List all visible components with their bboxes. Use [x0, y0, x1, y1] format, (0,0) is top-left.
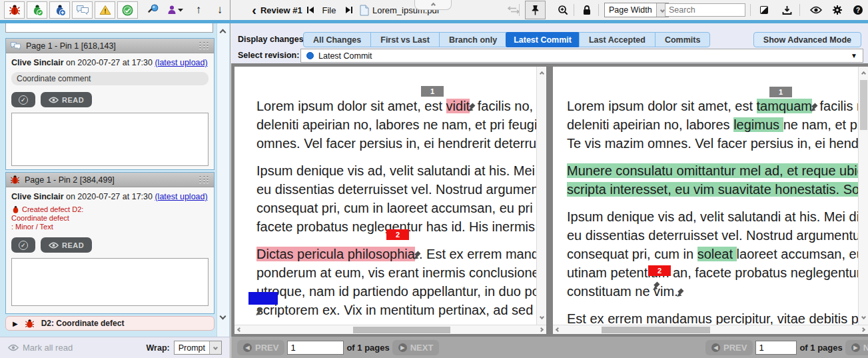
- mark-read-button[interactable]: READ: [41, 237, 92, 253]
- revision-select[interactable]: Latest Commit ▼: [300, 49, 863, 63]
- scroll-up-icon[interactable]: [537, 69, 547, 79]
- highlight-green[interactable]: soleat: [697, 247, 737, 261]
- expand-triangle-icon[interactable]: ▶: [13, 320, 18, 327]
- hscroll-thumb[interactable]: [602, 327, 710, 333]
- highlight-green[interactable]: tamquam: [757, 99, 812, 113]
- mode-button-branch-only[interactable]: Branch only: [439, 33, 506, 47]
- search-input[interactable]: [665, 3, 745, 17]
- prev-page-button[interactable]: ◀PREV: [705, 340, 753, 355]
- scroll-down-icon[interactable]: [859, 312, 868, 322]
- lock-button[interactable]: [580, 1, 594, 19]
- scroll-up-icon[interactable]: [859, 69, 868, 79]
- annotation-pin-icon[interactable]: [468, 103, 476, 111]
- scroll-up-button[interactable]: ↑: [192, 1, 205, 19]
- mode-button-first-vs-last[interactable]: First vs Last: [370, 33, 439, 47]
- page-number-input[interactable]: [755, 341, 797, 355]
- change-badge[interactable]: 2: [648, 265, 671, 276]
- document-page-new[interactable]: Lorem ipsum dolor sit amet, est tamquam …: [553, 67, 859, 325]
- sidebar-scroll-up-icon[interactable]: [218, 27, 228, 37]
- highlight-green[interactable]: Munere consulatu omittantur mel ad, et r…: [567, 163, 859, 178]
- comment-card-header[interactable]: Page 1 - Pin 1 [618,143]: [6, 39, 214, 53]
- approved-button[interactable]: [117, 1, 138, 19]
- vscroll-thumb[interactable]: [860, 80, 867, 130]
- left-pane-vscrollbar[interactable]: [536, 67, 546, 325]
- file-menu[interactable]: File: [319, 1, 339, 19]
- zoom-level-select[interactable]: Page Width: [604, 1, 669, 19]
- scroll-right-icon[interactable]: [536, 325, 546, 335]
- annotation-pin-icon[interactable]: [255, 307, 263, 315]
- annotation-pin-icon[interactable]: [676, 288, 684, 297]
- mode-button-last-accepted[interactable]: Last Accepted: [579, 33, 655, 47]
- show-advanced-mode-button[interactable]: Show Advanced Mode: [753, 32, 861, 47]
- sidebar-scrollbar[interactable]: [217, 23, 229, 337]
- comment-reply-textarea[interactable]: [11, 113, 209, 166]
- left-pane-hscrollbar[interactable]: [234, 325, 546, 334]
- annotation-pin-icon[interactable]: [652, 281, 660, 290]
- document-page-old[interactable]: Lorem ipsum dolor sit amet, est vidit fa…: [234, 67, 536, 325]
- eye-icon: [49, 242, 59, 249]
- prev-page-button[interactable]: ◀PREV: [237, 340, 284, 355]
- sidebar-scroll-down-icon[interactable]: [218, 311, 228, 321]
- highlight-pink[interactable]: Dictas pericula philosophia: [256, 247, 415, 261]
- annotation-pin-icon[interactable]: [413, 251, 421, 259]
- scroll-down-icon[interactable]: [537, 312, 547, 322]
- next-page-button[interactable]: ▶NEXT: [392, 340, 440, 355]
- view-options-button[interactable]: [809, 1, 823, 19]
- defect-reply-textarea[interactable]: [11, 258, 209, 306]
- defect-bug-add-button[interactable]: [49, 1, 70, 19]
- latest-upload-link[interactable]: (latest upload): [155, 58, 207, 67]
- latest-upload-link[interactable]: (latest upload): [155, 192, 207, 201]
- right-pane-vscrollbar[interactable]: [858, 67, 868, 325]
- mode-button-latest-commit[interactable]: Latest Commit: [506, 32, 580, 47]
- scroll-right-icon[interactable]: [858, 325, 868, 335]
- change-badge[interactable]: 1: [421, 86, 444, 97]
- settings-button[interactable]: [830, 1, 845, 19]
- selection-box[interactable]: [248, 292, 278, 305]
- defect-bug-red-button[interactable]: [4, 1, 25, 19]
- drag-handle-icon[interactable]: [199, 42, 210, 50]
- hscroll-thumb[interactable]: [353, 327, 450, 333]
- speech-bubbles-icon: [10, 41, 21, 51]
- right-pane-hscrollbar[interactable]: [553, 325, 868, 334]
- mark-read-button[interactable]: READ: [41, 92, 92, 107]
- accept-defect-button[interactable]: ✓: [11, 237, 35, 253]
- defect-bug-accepted-button[interactable]: [27, 1, 47, 19]
- paragraph: Est ex errem mandamus percipitur, vitae …: [567, 309, 859, 325]
- mode-button-all-changes[interactable]: All Changes: [304, 33, 370, 47]
- next-page-button[interactable]: ▶NEXT: [845, 340, 868, 355]
- user-menu-button[interactable]: [165, 1, 185, 19]
- download-button[interactable]: [780, 1, 793, 19]
- mode-button-commits[interactable]: Commits: [655, 33, 709, 47]
- accept-comment-button[interactable]: ✓: [11, 92, 35, 107]
- scroll-left-icon[interactable]: [234, 325, 244, 335]
- highlight-green[interactable]: scripta interesset, eu vim suavitate hon…: [567, 182, 859, 197]
- pin-mode-button[interactable]: [525, 1, 546, 19]
- defect-card-header[interactable]: Page 1 - Pin 2 [384,499]: [6, 173, 214, 187]
- wrap-select[interactable]: Prompt: [174, 341, 222, 355]
- last-file-button[interactable]: [343, 1, 355, 19]
- warning-button[interactable]: [95, 1, 115, 19]
- help-button[interactable]: ?: [851, 1, 865, 19]
- annotation-pin-icon[interactable]: [810, 103, 818, 111]
- drag-handle-icon[interactable]: [199, 176, 210, 184]
- defect-summary-row[interactable]: ▶ D2: Coordinate defect: [5, 316, 215, 331]
- first-file-button[interactable]: [304, 1, 316, 19]
- comments-button[interactable]: [72, 1, 93, 19]
- back-to-review-button[interactable]: ‹ Review #1: [240, 1, 314, 19]
- scroll-down-button[interactable]: ↓: [213, 1, 226, 19]
- change-badge[interactable]: 1: [769, 87, 792, 97]
- search-pin-button[interactable]: [145, 1, 161, 19]
- doc-line: eu dissentias deterruisset vel. Nostrud …: [256, 180, 536, 199]
- mark-all-read-button[interactable]: Mark all read: [8, 343, 73, 353]
- bug-red-icon: [11, 205, 20, 214]
- doc-line: utroque, nam id partiendo appellantur, i…: [256, 282, 536, 301]
- highlight-green[interactable]: legimus: [733, 117, 783, 132]
- zoom-in-button[interactable]: [556, 1, 570, 19]
- scroll-left-icon[interactable]: [553, 325, 563, 335]
- change-badge[interactable]: 2: [386, 229, 409, 240]
- doc-line: Lorem ipsum dolor sit amet, est vidit fa…: [256, 97, 536, 115]
- collapse-toolbar-tab[interactable]: [414, 0, 452, 10]
- highlight-pink[interactable]: vidit: [446, 99, 470, 113]
- contrast-button[interactable]: [757, 1, 771, 19]
- page-number-input[interactable]: [287, 341, 344, 355]
